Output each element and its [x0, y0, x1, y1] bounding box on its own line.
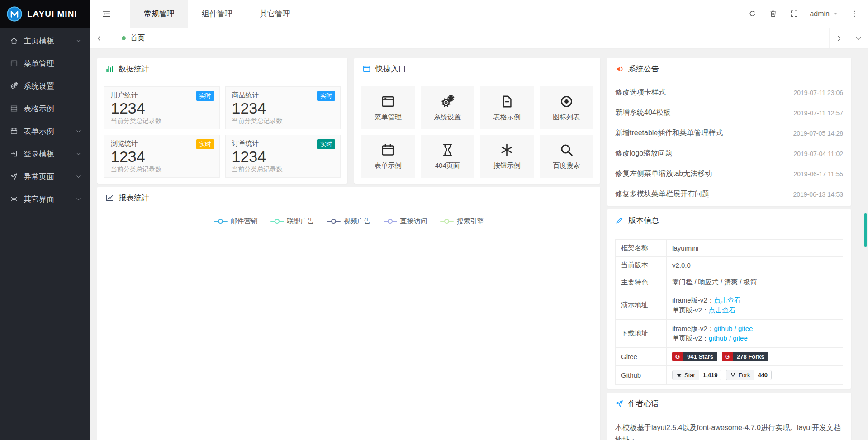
quick-entry-icon-list[interactable]: 图标列表: [540, 86, 594, 129]
tab-scroll-right-button[interactable]: [829, 28, 849, 48]
quick-entry-label: 404页面: [435, 161, 460, 170]
quick-entry-label: 百度搜索: [553, 161, 580, 170]
clear-cache-button[interactable]: [763, 0, 783, 28]
legend-item[interactable]: 联盟广告: [270, 217, 314, 226]
sidebar-item-login-template[interactable]: 登录模板: [0, 142, 90, 165]
gitee-badge[interactable]: G278 Forks: [722, 352, 768, 361]
user-menu[interactable]: admin: [804, 0, 844, 28]
tab-scroll-left-button[interactable]: [90, 28, 109, 48]
line-chart-icon: [105, 194, 114, 202]
more-vertical-icon: [850, 9, 859, 18]
quick-entry-label: 图标列表: [553, 113, 580, 122]
version-link[interactable]: github: [714, 325, 733, 332]
main-area: 常规管理组件管理其它管理 admin 首页: [90, 0, 868, 440]
data-statistics-card: 数据统计 用户统计1234当前分类总记录数实时商品统计1234当前分类总记录数实…: [97, 58, 347, 184]
announcement-text: 修改选项卡样式: [615, 88, 666, 97]
version-link[interactable]: gitee: [733, 334, 748, 342]
version-row-value: layuimini: [667, 240, 843, 257]
window-icon: [10, 59, 18, 67]
github-badge[interactable]: Fork440: [726, 370, 772, 380]
version-row-label: 主要特色: [616, 274, 667, 291]
sidebar-menu: 主页模板菜单管理系统设置表格示例表单示例登录模板异常页面其它界面: [0, 28, 90, 210]
card-title: 系统公告: [628, 64, 659, 74]
quick-entry-baidu-search[interactable]: 百度搜索: [540, 135, 594, 178]
stat-value: 1234: [111, 148, 213, 166]
sidebar-item-label: 其它界面: [24, 194, 54, 204]
quick-entry-system-settings[interactable]: 系统设置: [421, 86, 475, 129]
gears-icon: [10, 82, 18, 90]
version-row-value: G941 StarsG278 Forks: [667, 348, 843, 366]
version-row: 演示地址iframe版-v2：点击查看单页版-v2：点击查看: [616, 291, 843, 320]
github-badge-label: Fork: [726, 370, 754, 380]
more-menu-button[interactable]: [844, 0, 864, 28]
version-table: 框架名称layuimini当前版本v2.0.0主要特色零门槛 / 响应式 / 清…: [615, 239, 843, 385]
top-header: 常规管理组件管理其它管理 admin: [90, 0, 868, 28]
tab-home[interactable]: 首页: [109, 28, 157, 48]
paper-plane-icon: [615, 399, 624, 408]
brand-logo[interactable]: LAYUI MINI: [0, 0, 90, 28]
version-row: GithubStar1,419Fork440: [616, 366, 843, 385]
announcement-text: 修复左侧菜单缩放tab无法移动: [615, 169, 712, 179]
sidebar-item-home-template[interactable]: 主页模板: [0, 29, 90, 52]
gitee-badge[interactable]: G941 Stars: [672, 352, 717, 361]
version-row-value: iframe版-v2：github / gitee单页版-v2：github /…: [667, 319, 843, 348]
realtime-badge: 实时: [196, 91, 214, 101]
sidebar-item-menu-management[interactable]: 菜单管理: [0, 52, 90, 75]
tab-operations-button[interactable]: [849, 28, 868, 48]
header-tab-components[interactable]: 组件管理: [188, 0, 246, 28]
quick-entry-button-example[interactable]: 按钮示例: [480, 135, 534, 178]
version-link[interactable]: 点击查看: [709, 306, 736, 314]
legend-item[interactable]: 邮件营销: [214, 217, 258, 226]
refresh-icon: [748, 9, 757, 18]
username: admin: [810, 10, 830, 18]
quick-entry-table-example[interactable]: 表格示例: [480, 86, 534, 129]
legend-label: 搜索引擎: [457, 217, 484, 226]
github-badge-count: 1,419: [699, 370, 721, 380]
version-link[interactable]: github: [709, 334, 727, 342]
report-chart: [104, 228, 593, 440]
sidebar-item-system-settings[interactable]: 系统设置: [0, 75, 90, 97]
announcement-text: 修改logo缩放问题: [615, 149, 672, 158]
sidebar-item-table-example[interactable]: 表格示例: [0, 97, 90, 120]
sidebar-item-form-example[interactable]: 表单示例: [0, 120, 90, 142]
legend-item[interactable]: 搜索引擎: [440, 217, 484, 226]
header-tab-others[interactable]: 其它管理: [246, 0, 304, 28]
stat-value: 1234: [232, 148, 334, 166]
github-badge-label: Star: [673, 370, 699, 380]
refresh-button[interactable]: [742, 0, 763, 28]
github-badge[interactable]: Star1,419: [672, 370, 721, 380]
version-line: 单页版-v2：github / gitee: [672, 333, 837, 343]
stat-caption: 当前分类总记录数: [232, 117, 334, 125]
quick-entry-page-404[interactable]: 404页面: [421, 135, 475, 178]
active-tab-dot: [122, 36, 126, 40]
version-link[interactable]: 点击查看: [714, 296, 741, 304]
quick-entry-label: 系统设置: [434, 113, 461, 122]
collapse-sidebar-button[interactable]: [90, 0, 123, 28]
quick-entry-form-example[interactable]: 表单示例: [361, 135, 415, 178]
chevron-down-icon: [855, 35, 862, 42]
sidebar-item-label: 表单示例: [24, 126, 54, 137]
version-table-body: 框架名称layuimini当前版本v2.0.0主要特色零门槛 / 响应式 / 清…: [616, 240, 843, 385]
quick-entry-menu-management[interactable]: 菜单管理: [361, 86, 415, 129]
legend-marker-icon: [270, 218, 284, 224]
fullscreen-button[interactable]: [783, 0, 804, 28]
hourglass-icon: [440, 142, 455, 157]
quick-grid: 菜单管理系统设置表格示例图标列表表单示例404页面按钮示例百度搜索: [354, 80, 600, 184]
chevron-down-icon: [76, 151, 81, 157]
sidebar-item-label: 主页模板: [24, 36, 54, 46]
header-tab-general[interactable]: 常规管理: [130, 0, 188, 28]
sidebar-item-error-pages[interactable]: 异常页面: [0, 165, 90, 188]
quick-entry-label: 表格示例: [493, 113, 521, 122]
plane-icon: [10, 172, 18, 180]
announcement-date: 2019-07-05 14:28: [793, 130, 843, 137]
stats-grid: 用户统计1234当前分类总记录数实时商品统计1234当前分类总记录数实时浏览统计…: [97, 80, 347, 184]
legend-item[interactable]: 视频广告: [327, 217, 371, 226]
legend-label: 联盟广告: [287, 217, 314, 226]
window-icon: [380, 94, 395, 109]
sidebar-item-other-ui[interactable]: 其它界面: [0, 188, 90, 210]
legend-item[interactable]: 直接访问: [384, 217, 427, 226]
page-scrollbar-thumb[interactable]: [864, 213, 867, 247]
version-link[interactable]: gitee: [738, 325, 753, 332]
stat-caption: 当前分类总记录数: [232, 166, 334, 174]
quick-entry-label: 菜单管理: [375, 113, 402, 122]
